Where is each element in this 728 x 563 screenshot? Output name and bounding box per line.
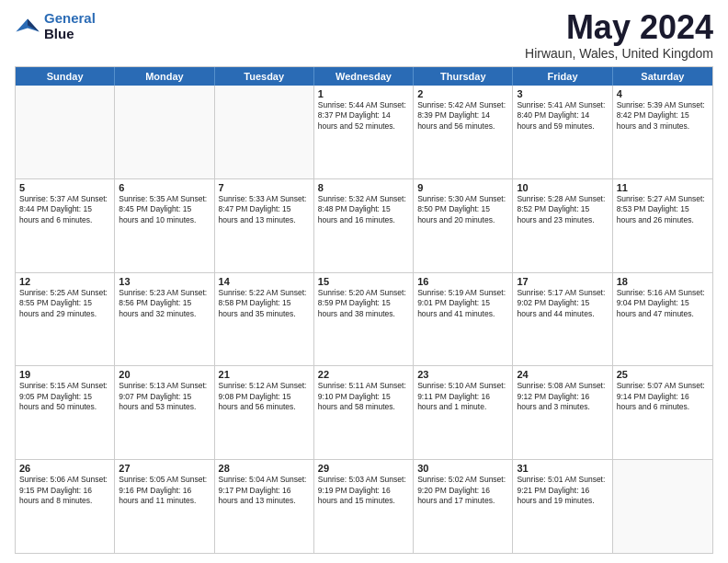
logo-icon — [15, 14, 40, 40]
day-number: 9 — [417, 182, 508, 193]
day-info: Sunrise: 5:42 AM Sunset: 8:39 PM Dayligh… — [417, 100, 508, 132]
calendar-cell: 21Sunrise: 5:12 AM Sunset: 9:08 PM Dayli… — [215, 366, 314, 459]
day-info: Sunrise: 5:44 AM Sunset: 8:37 PM Dayligh… — [318, 100, 409, 132]
calendar-row-3: 12Sunrise: 5:25 AM Sunset: 8:55 PM Dayli… — [16, 272, 712, 366]
day-number: 14 — [219, 276, 310, 287]
day-info: Sunrise: 5:25 AM Sunset: 8:55 PM Dayligh… — [19, 288, 110, 319]
day-number: 28 — [219, 463, 310, 474]
day-number: 26 — [19, 463, 110, 474]
day-number: 19 — [19, 369, 110, 380]
calendar-cell — [16, 86, 115, 178]
calendar-row-4: 19Sunrise: 5:15 AM Sunset: 9:05 PM Dayli… — [16, 365, 712, 459]
calendar-cell: 26Sunrise: 5:06 AM Sunset: 9:15 PM Dayli… — [16, 460, 115, 553]
day-info: Sunrise: 5:17 AM Sunset: 9:02 PM Dayligh… — [517, 288, 608, 319]
day-info: Sunrise: 5:10 AM Sunset: 9:11 PM Dayligh… — [417, 381, 508, 412]
day-number: 29 — [318, 463, 409, 474]
calendar: SundayMondayTuesdayWednesdayThursdayFrid… — [15, 66, 713, 554]
header-day-tuesday: Tuesday — [215, 67, 314, 86]
location: Hirwaun, Wales, United Kingdom — [525, 46, 713, 61]
day-info: Sunrise: 5:06 AM Sunset: 9:15 PM Dayligh… — [19, 475, 110, 506]
day-info: Sunrise: 5:33 AM Sunset: 8:47 PM Dayligh… — [219, 194, 310, 225]
day-info: Sunrise: 5:41 AM Sunset: 8:40 PM Dayligh… — [517, 100, 608, 132]
day-number: 12 — [19, 276, 110, 287]
day-info: Sunrise: 5:35 AM Sunset: 8:45 PM Dayligh… — [119, 194, 210, 225]
calendar-cell: 23Sunrise: 5:10 AM Sunset: 9:11 PM Dayli… — [414, 366, 513, 459]
day-number: 5 — [19, 182, 110, 193]
day-info: Sunrise: 5:11 AM Sunset: 9:10 PM Dayligh… — [318, 381, 409, 412]
day-info: Sunrise: 5:13 AM Sunset: 9:07 PM Dayligh… — [119, 381, 210, 412]
logo-text: General Blue — [44, 11, 96, 41]
calendar-cell: 31Sunrise: 5:01 AM Sunset: 9:21 PM Dayli… — [513, 460, 612, 553]
day-number: 4 — [617, 88, 709, 99]
day-info: Sunrise: 5:03 AM Sunset: 9:19 PM Dayligh… — [318, 475, 409, 506]
calendar-cell: 6Sunrise: 5:35 AM Sunset: 8:45 PM Daylig… — [115, 179, 214, 272]
calendar-cell — [613, 460, 712, 553]
calendar-cell: 28Sunrise: 5:04 AM Sunset: 9:17 PM Dayli… — [215, 460, 314, 553]
page: General Blue May 2024 Hirwaun, Wales, Un… — [0, 0, 728, 563]
day-number: 30 — [417, 463, 508, 474]
day-number: 3 — [517, 88, 608, 99]
day-info: Sunrise: 5:37 AM Sunset: 8:44 PM Dayligh… — [19, 194, 110, 225]
calendar-cell: 5Sunrise: 5:37 AM Sunset: 8:44 PM Daylig… — [16, 179, 115, 272]
title-block: May 2024 Hirwaun, Wales, United Kingdom — [525, 11, 713, 61]
day-info: Sunrise: 5:23 AM Sunset: 8:56 PM Dayligh… — [119, 288, 210, 319]
day-number: 8 — [318, 182, 409, 193]
day-info: Sunrise: 5:08 AM Sunset: 9:12 PM Dayligh… — [517, 381, 608, 412]
calendar-cell: 22Sunrise: 5:11 AM Sunset: 9:10 PM Dayli… — [314, 366, 414, 459]
day-info: Sunrise: 5:04 AM Sunset: 9:17 PM Dayligh… — [219, 475, 310, 506]
month-title: May 2024 — [525, 11, 713, 44]
header: General Blue May 2024 Hirwaun, Wales, Un… — [15, 11, 713, 61]
calendar-cell — [115, 86, 214, 178]
day-number: 16 — [417, 276, 508, 287]
day-info: Sunrise: 5:16 AM Sunset: 9:04 PM Dayligh… — [617, 288, 709, 319]
calendar-cell: 20Sunrise: 5:13 AM Sunset: 9:07 PM Dayli… — [115, 366, 214, 459]
day-info: Sunrise: 5:05 AM Sunset: 9:16 PM Dayligh… — [119, 475, 210, 506]
day-info: Sunrise: 5:30 AM Sunset: 8:50 PM Dayligh… — [417, 194, 508, 225]
logo: General Blue — [15, 11, 96, 41]
calendar-cell: 29Sunrise: 5:03 AM Sunset: 9:19 PM Dayli… — [314, 460, 414, 553]
day-number: 24 — [517, 369, 608, 380]
header-day-monday: Monday — [115, 67, 214, 86]
day-number: 6 — [119, 182, 210, 193]
header-day-sunday: Sunday — [16, 67, 115, 86]
day-info: Sunrise: 5:01 AM Sunset: 9:21 PM Dayligh… — [517, 475, 608, 506]
calendar-cell: 25Sunrise: 5:07 AM Sunset: 9:14 PM Dayli… — [613, 366, 712, 459]
day-info: Sunrise: 5:28 AM Sunset: 8:52 PM Dayligh… — [517, 194, 608, 225]
calendar-cell: 10Sunrise: 5:28 AM Sunset: 8:52 PM Dayli… — [513, 179, 612, 272]
day-number: 22 — [318, 369, 409, 380]
calendar-cell: 3Sunrise: 5:41 AM Sunset: 8:40 PM Daylig… — [513, 86, 612, 178]
calendar-cell: 13Sunrise: 5:23 AM Sunset: 8:56 PM Dayli… — [115, 273, 214, 366]
calendar-cell: 9Sunrise: 5:30 AM Sunset: 8:50 PM Daylig… — [414, 179, 513, 272]
day-info: Sunrise: 5:12 AM Sunset: 9:08 PM Dayligh… — [219, 381, 310, 412]
calendar-header: SundayMondayTuesdayWednesdayThursdayFrid… — [16, 67, 712, 86]
calendar-row-5: 26Sunrise: 5:06 AM Sunset: 9:15 PM Dayli… — [16, 459, 712, 553]
day-info: Sunrise: 5:19 AM Sunset: 9:01 PM Dayligh… — [417, 288, 508, 319]
calendar-cell: 17Sunrise: 5:17 AM Sunset: 9:02 PM Dayli… — [513, 273, 612, 366]
day-number: 13 — [119, 276, 210, 287]
day-info: Sunrise: 5:27 AM Sunset: 8:53 PM Dayligh… — [617, 194, 709, 225]
calendar-cell: 14Sunrise: 5:22 AM Sunset: 8:58 PM Dayli… — [215, 273, 314, 366]
day-info: Sunrise: 5:22 AM Sunset: 8:58 PM Dayligh… — [219, 288, 310, 319]
calendar-cell: 1Sunrise: 5:44 AM Sunset: 8:37 PM Daylig… — [314, 86, 414, 178]
calendar-cell: 27Sunrise: 5:05 AM Sunset: 9:16 PM Dayli… — [115, 460, 214, 553]
calendar-cell: 4Sunrise: 5:39 AM Sunset: 8:42 PM Daylig… — [613, 86, 712, 178]
calendar-cell: 15Sunrise: 5:20 AM Sunset: 8:59 PM Dayli… — [314, 273, 414, 366]
day-number: 25 — [617, 369, 709, 380]
header-day-friday: Friday — [513, 67, 612, 86]
day-number: 17 — [517, 276, 608, 287]
day-info: Sunrise: 5:15 AM Sunset: 9:05 PM Dayligh… — [19, 381, 110, 412]
calendar-cell: 19Sunrise: 5:15 AM Sunset: 9:05 PM Dayli… — [16, 366, 115, 459]
day-number: 21 — [219, 369, 310, 380]
calendar-cell: 11Sunrise: 5:27 AM Sunset: 8:53 PM Dayli… — [613, 179, 712, 272]
day-number: 27 — [119, 463, 210, 474]
day-number: 10 — [517, 182, 608, 193]
calendar-cell: 30Sunrise: 5:02 AM Sunset: 9:20 PM Dayli… — [414, 460, 513, 553]
day-number: 7 — [219, 182, 310, 193]
day-info: Sunrise: 5:39 AM Sunset: 8:42 PM Dayligh… — [617, 100, 709, 132]
header-day-saturday: Saturday — [613, 67, 712, 86]
day-number: 23 — [417, 369, 508, 380]
day-number: 20 — [119, 369, 210, 380]
day-info: Sunrise: 5:20 AM Sunset: 8:59 PM Dayligh… — [318, 288, 409, 319]
header-day-thursday: Thursday — [414, 67, 513, 86]
day-number: 1 — [318, 88, 409, 99]
